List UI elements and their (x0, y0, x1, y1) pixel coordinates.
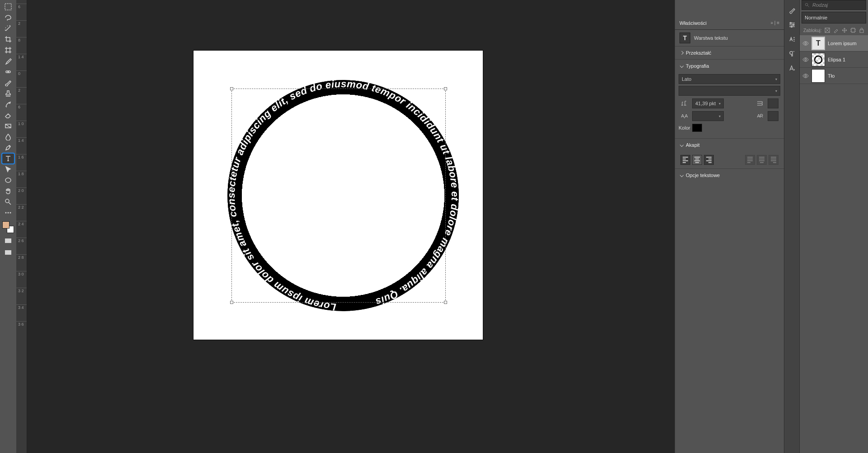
chevron-down-icon (680, 143, 684, 147)
fontsize-icon (680, 100, 689, 107)
svg-text:Lorem ipsum dolor sit amet, co: Lorem ipsum dolor sit amet, consectetur … (227, 80, 459, 311)
visibility-eye-icon[interactable] (802, 73, 809, 79)
path-select-icon[interactable] (2, 164, 14, 174)
text-color-row: Kolor (679, 124, 778, 132)
stamp-icon[interactable] (2, 89, 14, 98)
justify-left-button[interactable] (745, 155, 755, 165)
layer-name: Elipsa 1 (828, 57, 845, 62)
color-label: Kolor (679, 125, 690, 131)
svg-point-5 (5, 212, 7, 214)
lock-brush-icon[interactable] (833, 27, 839, 33)
history-brush-icon[interactable] (2, 99, 14, 109)
crop-icon[interactable] (2, 34, 14, 44)
layer-thumbnail[interactable] (811, 69, 825, 83)
canvas-area[interactable]: Lorem ipsum dolor sit amet, consectetur … (27, 0, 675, 453)
svg-point-20 (805, 42, 807, 44)
leading-icon (756, 100, 764, 107)
layer-row[interactable]: TLorem ipsum (800, 35, 868, 51)
eyedropper-icon[interactable] (2, 56, 14, 66)
align-center-button[interactable] (692, 155, 702, 165)
typography-body: Lato▾ ▾ 41,39 pkt▾ ▾ Kolor (675, 72, 784, 138)
paragraph-body (675, 151, 784, 168)
lock-pixels-icon[interactable] (825, 27, 830, 33)
svg-point-16 (805, 3, 808, 6)
lock-all-icon[interactable] (859, 27, 864, 33)
layer-type-row: T Warstwa tekstu (675, 30, 784, 46)
visibility-eye-icon[interactable] (802, 40, 809, 47)
tracking-combo[interactable]: ▾ (692, 111, 724, 121)
brush-panel-icon[interactable] (788, 6, 796, 14)
layer-row[interactable]: Elipsa 1 (800, 51, 868, 68)
blur-icon[interactable] (2, 132, 14, 142)
svg-rect-19 (860, 30, 863, 33)
text-path-svg: Lorem ipsum dolor sit amet, consectetur … (227, 80, 459, 311)
lock-row: Zablokuj: (800, 25, 868, 35)
tab-icon-column (784, 0, 799, 453)
paragraph-label: Akapit (686, 142, 700, 148)
blend-mode-combo[interactable]: Normalnie (802, 12, 866, 23)
visibility-eye-icon[interactable] (802, 56, 809, 63)
pen-icon[interactable] (2, 143, 14, 153)
layer-thumbnail[interactable] (811, 53, 825, 66)
properties-panel: Właściwości » | ≡ T Warstwa tekstu Przek… (675, 0, 784, 453)
app-root: 6281 40261 01 41 61 82 02 22 42 62 83 03… (0, 0, 868, 453)
zoom-icon[interactable] (2, 197, 14, 207)
justify-group (743, 153, 780, 167)
kerning-icon (756, 113, 764, 119)
properties-header[interactable]: Właściwości » | ≡ (675, 16, 784, 30)
type-layer-icon: T (679, 33, 690, 43)
brush-icon[interactable] (2, 78, 14, 88)
svg-rect-18 (851, 28, 855, 32)
text-on-path-object[interactable]: Lorem ipsum dolor sit amet, consectetur … (227, 80, 459, 311)
text-options-label: Opcje tekstowe (686, 173, 720, 178)
font-size-combo[interactable]: 41,39 pkt▾ (692, 98, 724, 108)
frame-icon[interactable] (2, 45, 14, 55)
eraser-icon[interactable] (2, 110, 14, 120)
text-options-section[interactable]: Opcje tekstowe (675, 168, 784, 182)
align-left-button[interactable] (680, 155, 690, 165)
justify-center-button[interactable] (757, 155, 767, 165)
layer-thumbnail[interactable]: T (811, 37, 825, 50)
typography-section[interactable]: Typografia (675, 59, 784, 72)
heal-icon[interactable] (2, 67, 14, 77)
layer-search[interactable]: Rodzaj (802, 0, 866, 10)
layer-list: TLorem ipsumElipsa 1Tło (800, 35, 868, 84)
screenmode-icon[interactable] (2, 248, 14, 257)
fg-swatch[interactable] (2, 221, 9, 229)
typography-label: Typografia (686, 63, 709, 69)
font-style-combo[interactable]: ▾ (679, 86, 780, 96)
hand-icon[interactable] (2, 186, 14, 196)
text-color-swatch[interactable] (692, 124, 702, 132)
transform-label: Przekształć (686, 50, 711, 56)
gradient-icon[interactable] (2, 121, 14, 131)
ellipse-icon[interactable] (2, 175, 14, 185)
kerning-combo[interactable] (768, 111, 778, 121)
marquee-icon[interactable] (2, 2, 14, 12)
leading-combo[interactable] (768, 98, 778, 108)
justify-right-button[interactable] (769, 155, 778, 165)
svg-point-7 (10, 212, 11, 214)
quickmask-icon[interactable] (2, 237, 14, 245)
transform-section[interactable]: Przekształć (675, 46, 784, 59)
svg-point-22 (815, 56, 822, 63)
character-panel-icon[interactable] (788, 64, 796, 72)
lasso-icon[interactable] (2, 13, 14, 23)
paragraph-section[interactable]: Akapit (675, 138, 784, 151)
lock-label: Zablokuj: (803, 28, 822, 33)
lock-move-icon[interactable] (841, 27, 847, 33)
layer-row[interactable]: Tło (800, 68, 868, 84)
type-icon[interactable] (2, 154, 14, 163)
paragraph-panel-icon[interactable] (788, 50, 796, 58)
properties-title: Właściwości (679, 20, 707, 26)
font-family-combo[interactable]: Lato▾ (679, 74, 780, 84)
wand-icon[interactable] (2, 23, 14, 33)
more-tools-icon[interactable] (2, 208, 14, 218)
glyphs-panel-icon[interactable] (788, 35, 796, 43)
layer-name: Lorem ipsum (828, 41, 857, 46)
collapse-icon[interactable]: » | ≡ (770, 20, 779, 25)
lock-artboard-icon[interactable] (850, 27, 856, 33)
layers-panel: Rodzaj Normalnie Zablokuj: TLorem ipsumE… (799, 0, 868, 453)
adjustments-panel-icon[interactable] (788, 21, 796, 29)
align-right-button[interactable] (704, 155, 714, 165)
color-swatches[interactable] (2, 221, 14, 233)
